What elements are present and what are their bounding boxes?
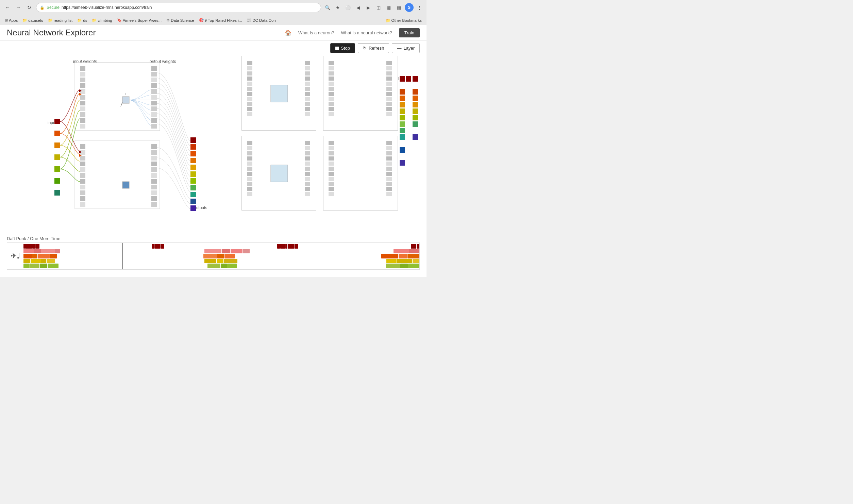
svg-rect-161 bbox=[386, 192, 392, 196]
layer-button[interactable]: — Layer bbox=[392, 43, 420, 53]
svg-rect-13 bbox=[151, 66, 157, 71]
more-button[interactable]: ⋮ bbox=[415, 3, 424, 12]
roll-cell bbox=[48, 264, 58, 268]
svg-rect-41 bbox=[151, 162, 157, 166]
roll-cell bbox=[23, 254, 32, 258]
svg-rect-61 bbox=[190, 165, 196, 170]
roll-cell bbox=[34, 249, 41, 254]
home-icon[interactable]: 🏠 bbox=[285, 30, 291, 36]
bookmark-data-science[interactable]: ⚙ Data Science bbox=[164, 17, 196, 23]
target-sq-2 bbox=[406, 76, 411, 82]
roll-cell bbox=[204, 259, 216, 264]
svg-rect-125 bbox=[247, 182, 252, 186]
svg-rect-11 bbox=[80, 118, 85, 123]
bookmark-hikes[interactable]: 🎯 9 Top-Rated Hikes i... bbox=[197, 17, 244, 23]
svg-rect-147 bbox=[329, 177, 334, 181]
address-bar[interactable]: 🔒 Secure https://aimeeb-visualize-rnns.h… bbox=[36, 3, 321, 12]
search-button[interactable]: 🔍 bbox=[323, 3, 332, 12]
bookmark-aimee[interactable]: 🔖 Aimee's Super Awes... bbox=[115, 17, 164, 23]
svg-rect-134 bbox=[305, 172, 310, 176]
svg-rect-82 bbox=[247, 112, 252, 116]
svg-rect-29 bbox=[80, 156, 85, 161]
svg-rect-2 bbox=[80, 66, 85, 71]
refresh-button[interactable]: ↻ Refresh bbox=[358, 43, 389, 53]
svg-rect-144 bbox=[329, 162, 334, 166]
folder-icon-other: 📁 bbox=[386, 18, 390, 23]
back-button-2[interactable]: ◀ bbox=[354, 3, 363, 12]
nav-links: 🏠 What is a neuron? What is a neural net… bbox=[285, 28, 420, 37]
svg-rect-43 bbox=[151, 173, 157, 178]
svg-rect-87 bbox=[305, 82, 310, 86]
roll-cell bbox=[409, 249, 419, 254]
svg-rect-152 bbox=[386, 146, 392, 150]
svg-rect-86 bbox=[305, 77, 310, 81]
panel-tl-svg bbox=[242, 56, 317, 131]
bookmark-star-button[interactable]: ★ bbox=[333, 3, 342, 12]
roll-cell bbox=[400, 264, 408, 268]
forward-button[interactable]: → bbox=[14, 3, 23, 12]
roll-cell bbox=[288, 244, 295, 249]
svg-rect-97 bbox=[329, 71, 334, 75]
svg-rect-76 bbox=[247, 82, 252, 86]
svg-rect-30 bbox=[80, 162, 85, 166]
extensions-button[interactable]: ◫ bbox=[374, 3, 383, 12]
roll-cell bbox=[243, 249, 250, 254]
target2-sq-5 bbox=[413, 108, 418, 114]
svg-rect-46 bbox=[151, 190, 157, 195]
svg-rect-85 bbox=[305, 71, 310, 75]
roll-row-5 bbox=[23, 264, 419, 268]
svg-rect-52 bbox=[54, 142, 60, 148]
svg-rect-63 bbox=[190, 178, 196, 184]
cast-button[interactable]: ▩ bbox=[384, 3, 393, 12]
music-note-icon: ♩ bbox=[17, 252, 20, 261]
svg-rect-49 bbox=[122, 182, 129, 188]
roll-cell bbox=[23, 244, 25, 249]
svg-rect-145 bbox=[329, 167, 334, 171]
svg-rect-15 bbox=[151, 78, 157, 82]
target-sq-10 bbox=[400, 134, 405, 140]
svg-rect-138 bbox=[305, 192, 310, 196]
target-sq-3 bbox=[400, 89, 405, 95]
other-bookmarks[interactable]: 📁 Other Bookmarks bbox=[384, 17, 424, 23]
color-wheel-icon[interactable]: ⚪ bbox=[344, 3, 352, 12]
svg-rect-127 bbox=[247, 192, 252, 196]
svg-rect-155 bbox=[386, 162, 392, 166]
svg-rect-48 bbox=[151, 202, 157, 207]
svg-rect-81 bbox=[247, 107, 252, 111]
roll-grid bbox=[23, 243, 419, 269]
svg-rect-58 bbox=[190, 144, 196, 150]
bookmark-climbing[interactable]: 📁 climbing bbox=[90, 17, 114, 23]
profile-button[interactable]: S bbox=[405, 3, 414, 12]
svg-rect-27 bbox=[80, 144, 85, 149]
bookmark-datasets[interactable]: 📁 datasets bbox=[20, 17, 45, 23]
svg-rect-96 bbox=[329, 66, 334, 70]
stop-button[interactable]: Stop bbox=[330, 43, 355, 53]
folder-icon-4: 📁 bbox=[92, 18, 97, 22]
target-sq-5 bbox=[400, 102, 405, 107]
svg-rect-59 bbox=[190, 151, 196, 156]
roll-cell bbox=[23, 264, 30, 268]
bookmark-ds[interactable]: 📁 ds bbox=[75, 17, 89, 23]
reload-button[interactable]: ↻ bbox=[24, 3, 34, 12]
svg-rect-117 bbox=[247, 141, 252, 145]
back-button[interactable]: ← bbox=[3, 3, 12, 12]
roll-cell bbox=[40, 264, 47, 268]
svg-rect-137 bbox=[305, 187, 310, 191]
svg-rect-130 bbox=[305, 151, 310, 155]
svg-rect-146 bbox=[329, 172, 334, 176]
svg-rect-72 bbox=[247, 61, 252, 65]
nav-neural-network-link[interactable]: What is a neural network? bbox=[341, 30, 392, 35]
svg-rect-157 bbox=[386, 172, 392, 176]
svg-rect-6 bbox=[80, 89, 85, 94]
forward-button-2[interactable]: ▶ bbox=[364, 3, 373, 12]
svg-rect-47 bbox=[151, 196, 157, 201]
screenshot-button[interactable]: ▦ bbox=[395, 3, 403, 12]
train-button[interactable]: Train bbox=[399, 28, 420, 37]
bookmark-reading-list[interactable]: 📁 reading list bbox=[46, 17, 75, 23]
bookmark-apps[interactable]: ⊞ Apps bbox=[3, 17, 20, 23]
target2-sq-2 bbox=[413, 89, 418, 95]
bookmark-dc[interactable]: 📰 DC Data Con bbox=[245, 17, 278, 23]
nav-neuron-link[interactable]: What is a neuron? bbox=[298, 30, 334, 35]
svg-rect-83 bbox=[305, 61, 310, 65]
svg-rect-56 bbox=[54, 190, 60, 196]
